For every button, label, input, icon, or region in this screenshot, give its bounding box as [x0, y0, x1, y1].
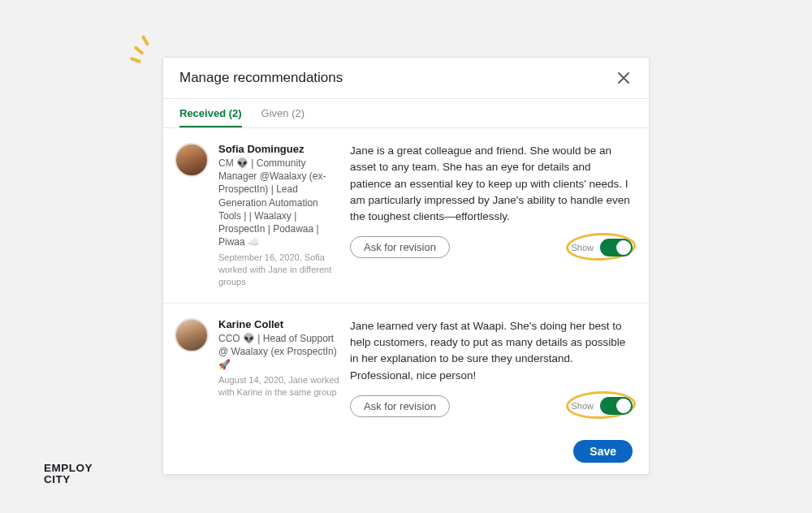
person-description: CM 👽 | Community Manager @Waalaxy (ex-Pr…: [218, 157, 340, 248]
modal-header: Manage recommendations: [163, 58, 649, 99]
recommendation-item: Karine Collet CCO 👽 | Head of Support @ …: [163, 304, 649, 432]
person-meta: September 16, 2020, Sofia worked with Ja…: [218, 252, 340, 288]
person-meta: August 14, 2020, Jane worked with Karine…: [218, 374, 340, 399]
save-button[interactable]: Save: [573, 440, 633, 463]
recommendation-content: Jane is a great colleague and friend. Sh…: [350, 143, 633, 288]
action-row: Ask for revision Show: [350, 236, 633, 258]
logo-line1: EMPLOY: [44, 463, 93, 474]
ask-revision-button[interactable]: Ask for revision: [350, 236, 450, 258]
show-toggle-wrap: Show: [571, 239, 633, 256]
manage-recommendations-modal: Manage recommendations Received (2) Give…: [162, 57, 650, 475]
modal-title: Manage recommendations: [179, 70, 343, 86]
person-info: Sofia Dominguez CM 👽 | Community Manager…: [218, 143, 340, 288]
logo-line2: CITY: [44, 474, 93, 485]
tab-received[interactable]: Received (2): [179, 99, 242, 127]
recommendation-item: Sofia Dominguez CM 👽 | Community Manager…: [163, 128, 649, 304]
show-toggle[interactable]: [600, 397, 633, 415]
show-toggle[interactable]: [600, 239, 633, 256]
close-icon[interactable]: [615, 69, 633, 87]
modal-body: Sofia Dominguez CM 👽 | Community Manager…: [163, 128, 649, 432]
ask-revision-button[interactable]: Ask for revision: [350, 395, 450, 417]
tab-given[interactable]: Given (2): [261, 99, 304, 127]
recommendation-text: Jane learned very fast at Waapi. She's d…: [350, 318, 633, 384]
tabs: Received (2) Given (2): [163, 99, 649, 128]
avatar[interactable]: [175, 143, 209, 177]
modal-footer: Save: [163, 432, 649, 474]
person-name[interactable]: Sofia Dominguez: [218, 143, 340, 155]
toggle-label: Show: [571, 243, 594, 252]
employ-city-logo: EMPLOY CITY: [44, 463, 93, 485]
show-toggle-wrap: Show: [571, 397, 633, 415]
person-description: CCO 👽 | Head of Support @ Waalaxy (ex Pr…: [218, 332, 340, 372]
toggle-label: Show: [571, 401, 594, 411]
recommendation-content: Jane learned very fast at Waapi. She's d…: [350, 318, 633, 417]
decorative-sparks: [122, 32, 154, 65]
action-row: Ask for revision Show: [350, 395, 633, 417]
person-name[interactable]: Karine Collet: [218, 318, 340, 330]
avatar[interactable]: [175, 318, 209, 352]
recommendation-text: Jane is a great colleague and friend. Sh…: [350, 143, 633, 225]
person-info: Karine Collet CCO 👽 | Head of Support @ …: [218, 318, 340, 417]
